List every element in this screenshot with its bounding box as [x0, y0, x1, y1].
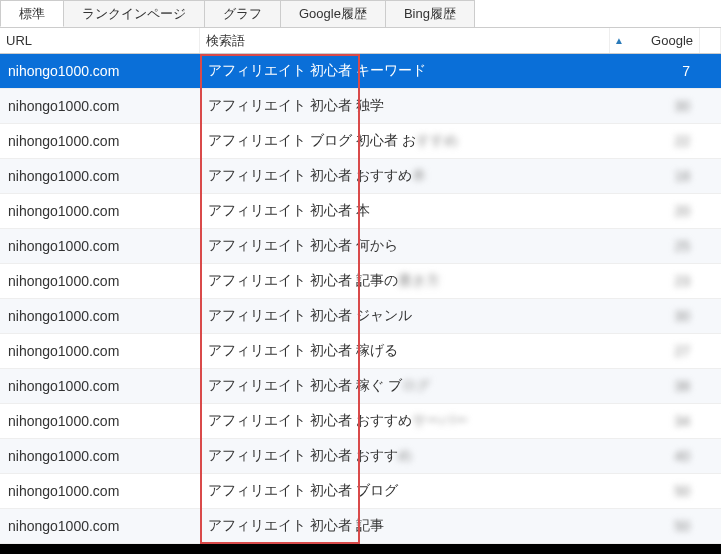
cell-url: nihongo1000.com	[0, 299, 200, 333]
table-body: nihongo1000.comアフィリエイト 初心者 キーワード7nihongo…	[0, 54, 721, 544]
cell-url: nihongo1000.com	[0, 89, 200, 123]
cell-extra	[700, 509, 721, 543]
cell-google: 50	[610, 474, 700, 508]
cell-google: 22	[610, 124, 700, 158]
cell-extra	[700, 474, 721, 508]
cell-keyword: アフィリエイト 初心者 ブログ	[200, 474, 610, 508]
cell-url: nihongo1000.com	[0, 334, 200, 368]
cell-url: nihongo1000.com	[0, 159, 200, 193]
table-row[interactable]: nihongo1000.comアフィリエイト 初心者 本20	[0, 194, 721, 229]
cell-google: 20	[610, 194, 700, 228]
table-row[interactable]: nihongo1000.comアフィリエイト 初心者 記事50	[0, 509, 721, 544]
cell-google: 27	[610, 334, 700, 368]
column-header-url[interactable]: URL	[0, 28, 200, 53]
cell-google: 34	[610, 404, 700, 438]
tab-3[interactable]: Google履歴	[280, 0, 386, 27]
tab-bar: 標準ランクインページグラフGoogle履歴Bing履歴	[0, 0, 721, 28]
table-row[interactable]: nihongo1000.comアフィリエイト 初心者 ブログ50	[0, 474, 721, 509]
cell-url: nihongo1000.com	[0, 404, 200, 438]
footer-bar	[0, 544, 721, 554]
cell-keyword: アフィリエイト 初心者 記事の書き方	[200, 264, 610, 298]
cell-keyword: アフィリエイト 初心者 おすすめ 本	[200, 159, 610, 193]
table-row[interactable]: nihongo1000.comアフィリエイト 初心者 稼ぐ ブログ38	[0, 369, 721, 404]
table-row[interactable]: nihongo1000.comアフィリエイト 初心者 おすすめ40	[0, 439, 721, 474]
cell-keyword: アフィリエイト 初心者 おすすめ サーバー	[200, 404, 610, 438]
cell-keyword: アフィリエイト ブログ 初心者 おすすめ	[200, 124, 610, 158]
cell-google: 50	[610, 509, 700, 543]
cell-extra	[700, 439, 721, 473]
cell-extra	[700, 159, 721, 193]
cell-google: 18	[610, 159, 700, 193]
table-row[interactable]: nihongo1000.comアフィリエイト 初心者 キーワード7	[0, 54, 721, 89]
cell-keyword: アフィリエイト 初心者 稼ぐ ブログ	[200, 369, 610, 403]
column-header-google-label: Google	[651, 33, 693, 48]
cell-google: 30	[610, 89, 700, 123]
table-header: URL 検索語 ▲ Google	[0, 28, 721, 54]
cell-google: 23	[610, 264, 700, 298]
cell-extra	[700, 194, 721, 228]
cell-extra	[700, 264, 721, 298]
cell-google: 7	[610, 54, 700, 88]
cell-extra	[700, 299, 721, 333]
cell-url: nihongo1000.com	[0, 194, 200, 228]
table-row[interactable]: nihongo1000.comアフィリエイト 初心者 記事の書き方23	[0, 264, 721, 299]
column-header-extra[interactable]	[700, 28, 721, 53]
cell-google: 30	[610, 299, 700, 333]
cell-extra	[700, 369, 721, 403]
cell-url: nihongo1000.com	[0, 439, 200, 473]
cell-google: 25	[610, 229, 700, 263]
cell-keyword: アフィリエイト 初心者 おすすめ	[200, 439, 610, 473]
cell-keyword: アフィリエイト 初心者 独学	[200, 89, 610, 123]
cell-keyword: アフィリエイト 初心者 ジャンル	[200, 299, 610, 333]
tab-2[interactable]: グラフ	[204, 0, 281, 27]
column-header-keyword[interactable]: 検索語	[200, 28, 610, 53]
tab-4[interactable]: Bing履歴	[385, 0, 475, 27]
cell-keyword: アフィリエイト 初心者 本	[200, 194, 610, 228]
cell-google: 38	[610, 369, 700, 403]
cell-url: nihongo1000.com	[0, 124, 200, 158]
cell-url: nihongo1000.com	[0, 264, 200, 298]
table-row[interactable]: nihongo1000.comアフィリエイト 初心者 ジャンル30	[0, 299, 721, 334]
cell-google: 40	[610, 439, 700, 473]
table-row[interactable]: nihongo1000.comアフィリエイト 初心者 何から25	[0, 229, 721, 264]
table-row[interactable]: nihongo1000.comアフィリエイト 初心者 おすすめ サーバー34	[0, 404, 721, 439]
cell-url: nihongo1000.com	[0, 509, 200, 543]
table-row[interactable]: nihongo1000.comアフィリエイト 初心者 稼げる27	[0, 334, 721, 369]
tab-0[interactable]: 標準	[0, 0, 64, 27]
cell-extra	[700, 229, 721, 263]
cell-keyword: アフィリエイト 初心者 何から	[200, 229, 610, 263]
cell-url: nihongo1000.com	[0, 474, 200, 508]
cell-keyword: アフィリエイト 初心者 記事	[200, 509, 610, 543]
table-row[interactable]: nihongo1000.comアフィリエイト 初心者 独学30	[0, 89, 721, 124]
cell-keyword: アフィリエイト 初心者 キーワード	[200, 54, 610, 88]
cell-extra	[700, 54, 721, 88]
cell-keyword: アフィリエイト 初心者 稼げる	[200, 334, 610, 368]
cell-extra	[700, 89, 721, 123]
cell-url: nihongo1000.com	[0, 54, 200, 88]
cell-url: nihongo1000.com	[0, 369, 200, 403]
sort-ascending-icon: ▲	[614, 35, 624, 46]
table-body-wrap: nihongo1000.comアフィリエイト 初心者 キーワード7nihongo…	[0, 54, 721, 544]
cell-extra	[700, 124, 721, 158]
table-row[interactable]: nihongo1000.comアフィリエイト 初心者 おすすめ 本18	[0, 159, 721, 194]
cell-extra	[700, 334, 721, 368]
cell-url: nihongo1000.com	[0, 229, 200, 263]
column-header-google[interactable]: ▲ Google	[610, 28, 700, 53]
tab-1[interactable]: ランクインページ	[63, 0, 205, 27]
cell-extra	[700, 404, 721, 438]
table-row[interactable]: nihongo1000.comアフィリエイト ブログ 初心者 おすすめ22	[0, 124, 721, 159]
